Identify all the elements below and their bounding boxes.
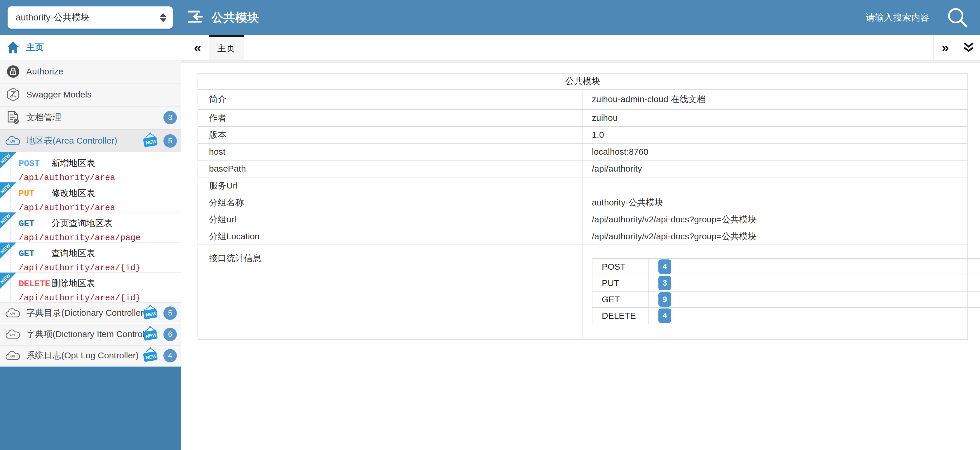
sidebar-item-label: Authorize bbox=[26, 67, 63, 76]
api-title: 删除地区表 bbox=[51, 278, 95, 289]
api-path: /api/authority/area/{id} bbox=[19, 263, 181, 273]
method-label: DELETE bbox=[19, 279, 51, 289]
api-title: 修改地区表 bbox=[51, 188, 95, 199]
method-label: GET bbox=[19, 249, 51, 259]
method-label: POST bbox=[19, 159, 51, 169]
stats-row: PUT 3 bbox=[592, 275, 980, 291]
api-cloud-icon: API bbox=[0, 308, 26, 319]
svg-text:API: API bbox=[10, 333, 15, 337]
stats-label: 接口统计信息 bbox=[198, 245, 583, 340]
collapse-all-icon[interactable] bbox=[957, 35, 980, 60]
group-select[interactable]: authority-公共模块 bbox=[8, 6, 173, 29]
method-label: PUT bbox=[19, 189, 51, 199]
sidebar-item-home[interactable]: 主页 bbox=[0, 35, 181, 60]
api-item-delete-area[interactable]: NEW DELETE 删除地区表 /api/authority/area/{id… bbox=[0, 273, 181, 303]
sidebar-item-opt-log-controller[interactable]: API 系统日志(Opt Log Controller) NEW 4 bbox=[0, 345, 181, 367]
api-cloud-icon: API bbox=[0, 329, 26, 340]
tab-divider bbox=[181, 60, 980, 63]
count-badge: 4 bbox=[164, 349, 177, 363]
new-sign-icon: NEW bbox=[141, 132, 159, 150]
table-row: 简介 zuihou-admin-cloud 在线文档 bbox=[198, 89, 968, 110]
page-title: 公共模块 bbox=[211, 10, 259, 26]
sidebar-item-swagger-models[interactable]: Swagger Models bbox=[0, 83, 181, 106]
stats-count-badge: 9 bbox=[659, 292, 671, 307]
tab-home[interactable]: 主页 bbox=[208, 35, 244, 60]
sidebar-item-label: 地区表(Area Controller) bbox=[26, 135, 117, 147]
svg-text:API: API bbox=[10, 355, 15, 358]
table-row: basePath /api/authority bbox=[198, 160, 968, 177]
brand: 公共模块 bbox=[187, 9, 259, 26]
api-title: 分页查询地区表 bbox=[51, 218, 113, 229]
api-item-put-area[interactable]: NEW PUT 修改地区表 /api/authority/area bbox=[0, 182, 181, 213]
svg-text:API: API bbox=[10, 312, 15, 315]
tab-bar: « 主页 » bbox=[181, 35, 980, 60]
count-badge: 3 bbox=[164, 111, 177, 124]
count-badge: 5 bbox=[164, 134, 177, 148]
api-title: 新增地区表 bbox=[51, 157, 95, 169]
sidebar-item-area-controller[interactable]: API 地区表(Area Controller) NEW 5 bbox=[0, 129, 181, 152]
swagger-models-icon bbox=[0, 87, 26, 102]
stats-row: GET 9 bbox=[592, 291, 980, 308]
home-icon bbox=[0, 41, 26, 54]
table-row: 版本 1.0 bbox=[198, 126, 968, 143]
method-label: GET bbox=[19, 219, 51, 229]
sidebar-item-label: 文档管理 bbox=[26, 111, 61, 124]
sidebar-item-dictionary-item-controller[interactable]: API 字典项(Dictionary Item Controller) NEW … bbox=[0, 324, 181, 345]
sidebar: 主页 Authorize Swagger Models bbox=[0, 35, 181, 450]
api-cloud-icon: API bbox=[0, 135, 26, 146]
search-zone: 请输入搜索内容 bbox=[866, 6, 980, 29]
menu-lines-icon bbox=[187, 9, 205, 26]
api-title: 查询地区表 bbox=[51, 248, 95, 259]
api-item-get-area-page[interactable]: NEW GET 分页查询地区表 /api/authority/area/page bbox=[0, 213, 181, 243]
new-sign-icon: NEW bbox=[141, 304, 159, 322]
api-path: /api/authority/area bbox=[19, 173, 181, 183]
sidebar-item-label: 主页 bbox=[26, 41, 44, 53]
search-icon[interactable] bbox=[946, 6, 969, 29]
api-path: /api/authority/area/page bbox=[19, 233, 181, 243]
sidebar-item-authorize[interactable]: Authorize bbox=[0, 60, 181, 83]
new-sign-icon: NEW bbox=[141, 326, 159, 343]
tab-label: 主页 bbox=[218, 43, 235, 54]
table-title-row: 公共模块 bbox=[198, 73, 968, 89]
api-path: /api/authority/area bbox=[19, 203, 181, 213]
stats-row: POST 4 bbox=[592, 259, 980, 275]
table-row: 分组url /api/authority/v2/api-docs?group=公… bbox=[198, 211, 968, 228]
table-title: 公共模块 bbox=[198, 73, 968, 89]
svg-text:API: API bbox=[10, 140, 15, 143]
sidebar-item-label: 系统日志(Opt Log Controller) bbox=[26, 350, 138, 362]
api-path: /api/authority/area/{id} bbox=[19, 293, 181, 303]
lock-icon bbox=[0, 65, 26, 78]
stats-count-badge: 4 bbox=[659, 259, 671, 274]
sidebar-item-label: Swagger Models bbox=[26, 90, 91, 100]
sidebar-item-doc-manage[interactable]: 文档管理 3 bbox=[0, 106, 181, 129]
tabs-scroll-right-icon[interactable]: » bbox=[933, 35, 957, 60]
doc-gear-icon bbox=[0, 110, 26, 125]
table-row: host localhost:8760 bbox=[198, 143, 968, 160]
sidebar-item-label: 字典项(Dictionary Item Controller) bbox=[26, 328, 157, 340]
table-row: 服务Url bbox=[198, 177, 968, 194]
table-row: 作者 zuihou bbox=[198, 110, 968, 126]
group-select-value: authority-公共模块 bbox=[16, 11, 90, 24]
main-area: « 主页 » 公共模块 简介 zuihou-admin-cloud 在线文档 bbox=[181, 35, 980, 450]
stats-count-badge: 4 bbox=[659, 308, 671, 323]
api-cloud-icon: API bbox=[0, 350, 26, 361]
api-item-get-area-id[interactable]: NEW GET 查询地区表 /api/authority/area/{id} bbox=[0, 243, 181, 273]
select-caret-icon bbox=[160, 13, 166, 22]
table-stats-row: 接口统计信息 POST 4 PUT 3 GET 9 bbox=[198, 245, 968, 340]
stats-row: DELETE 4 bbox=[592, 308, 980, 324]
table-row: 分组Location /api/authority/v2/api-docs?gr… bbox=[198, 228, 968, 245]
new-sign-icon: NEW bbox=[141, 347, 159, 364]
api-item-post-area[interactable]: NEW POST 新增地区表 /api/authority/area bbox=[0, 152, 181, 182]
count-badge: 5 bbox=[164, 307, 177, 320]
search-input[interactable]: 请输入搜索内容 bbox=[866, 11, 929, 24]
top-header: authority-公共模块 公共模块 请输入搜索内容 bbox=[0, 0, 980, 35]
tabs-scroll-left-icon[interactable]: « bbox=[187, 35, 208, 60]
module-info-table: 公共模块 简介 zuihou-admin-cloud 在线文档 作者 zuiho… bbox=[197, 73, 968, 340]
sidebar-item-label: 字典目录(Dictionary Controller) bbox=[26, 307, 146, 319]
table-row: 分组名称 authority-公共模块 bbox=[198, 194, 968, 211]
sidebar-item-dictionary-controller[interactable]: API 字典目录(Dictionary Controller) NEW 5 bbox=[0, 303, 181, 324]
api-stats-table: POST 4 PUT 3 GET 9 DELETE bbox=[592, 258, 980, 324]
count-badge: 6 bbox=[164, 328, 177, 341]
stats-count-badge: 3 bbox=[659, 276, 671, 290]
doc-content: 公共模块 简介 zuihou-admin-cloud 在线文档 作者 zuiho… bbox=[181, 63, 980, 340]
